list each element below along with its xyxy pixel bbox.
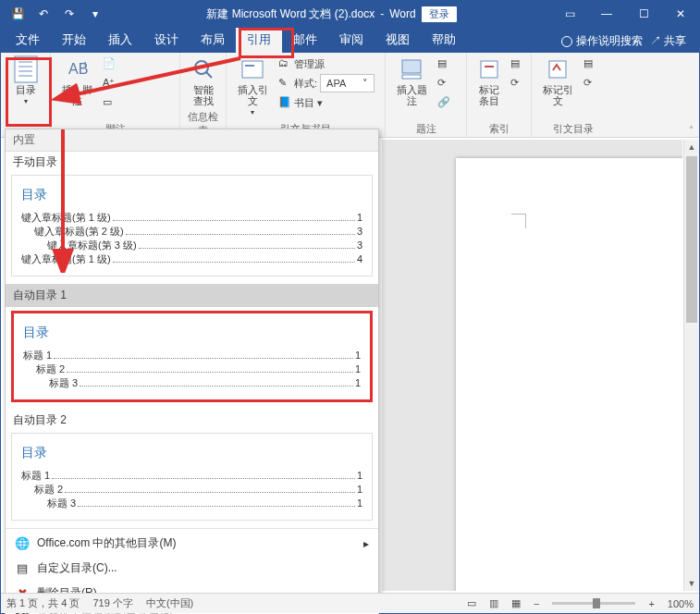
qat-more-icon[interactable]: ▾: [84, 4, 106, 24]
tell-me[interactable]: 操作说明搜索: [561, 33, 643, 49]
language[interactable]: 中文(中国): [146, 596, 193, 610]
view-web-icon[interactable]: ▦: [511, 597, 521, 609]
tab-help[interactable]: 帮助: [421, 28, 467, 53]
insert-toa-button[interactable]: ▤: [582, 55, 598, 73]
collapse-ribbon-icon[interactable]: ˄: [689, 125, 694, 135]
scroll-down-icon[interactable]: ▼: [684, 576, 699, 591]
mark-citation-label: 标记引文: [539, 84, 576, 106]
update-toa-button[interactable]: ⟳: [582, 74, 598, 92]
citation-style[interactable]: ✎样式: APA˅: [276, 74, 376, 92]
toc-line: 标题 21: [21, 483, 362, 497]
toc-line: 键入章标题(第 3 级)3: [21, 239, 362, 252]
title-sep: -: [380, 7, 384, 20]
scroll-up-icon[interactable]: ▲: [684, 140, 699, 154]
tab-references[interactable]: 引用: [236, 28, 282, 53]
group-toc: 目录 ▾: [1, 53, 51, 137]
tab-insert[interactable]: 插入: [97, 28, 143, 53]
share-button[interactable]: ↗ 共享: [650, 33, 686, 49]
document-name: 新建 Microsoft Word 文档 (2).docx: [206, 6, 375, 22]
toc-manual-preview[interactable]: 目录 键入章标题(第 1 级)1键入章标题(第 2 级)3键入章标题(第 3 级…: [11, 175, 373, 276]
toc-auto2-preview[interactable]: 目录 标题 11标题 21标题 31: [11, 433, 373, 521]
toc-button[interactable]: 目录 ▾: [6, 55, 44, 107]
zoom-in-icon[interactable]: +: [648, 598, 654, 609]
minimize-icon[interactable]: —: [588, 4, 625, 24]
tab-mailings[interactable]: 邮件: [282, 28, 328, 53]
footnote-icon: AB1: [64, 56, 90, 82]
toc-line: 键入章标题(第 1 级)1: [21, 211, 362, 225]
undo-icon[interactable]: ↶: [32, 4, 55, 24]
search-icon: [190, 56, 216, 82]
insert-index-button[interactable]: ▤: [509, 55, 525, 73]
caption-icon: [399, 56, 424, 82]
page-count[interactable]: 第 1 页，共 4 页: [6, 596, 80, 610]
mark-entry-icon: [476, 56, 502, 82]
title-text: 新建 Microsoft Word 文档 (2).docx - Word 登录: [112, 6, 551, 22]
style-dropdown[interactable]: APA˅: [320, 74, 375, 92]
mark-citation-icon: [545, 56, 571, 82]
show-notes-button[interactable]: ▭: [101, 93, 117, 112]
redo-icon[interactable]: ↷: [58, 4, 80, 24]
tab-review[interactable]: 审阅: [328, 28, 375, 53]
update-table-button[interactable]: ⟳: [436, 74, 452, 92]
mark-entry-button[interactable]: 标记 条目: [473, 55, 505, 108]
manage-sources-icon: 🗂: [278, 57, 291, 70]
margin-corner-icon: [511, 214, 526, 228]
mark-citation-button[interactable]: 标记引文: [537, 55, 578, 108]
next-footnote-button[interactable]: A⁺: [101, 74, 117, 92]
scroll-thumb[interactable]: [686, 156, 697, 323]
bibliography-icon: 📘: [278, 96, 291, 109]
toc-line: 键入章标题(第 1 级)4: [21, 252, 362, 266]
style-icon: ✎: [278, 77, 291, 90]
dd-auto1-label: 自动目录 1: [6, 284, 378, 307]
zoom-out-icon[interactable]: −: [534, 598, 539, 609]
dd-manual-label: 手动目录: [6, 152, 378, 173]
dd-custom-toc[interactable]: ▤自定义目录(C)...: [6, 556, 378, 581]
preview-title: 目录: [21, 445, 362, 461]
manage-sources-button[interactable]: 🗂管理源: [276, 55, 376, 73]
close-icon[interactable]: ✕: [662, 4, 699, 24]
tab-design[interactable]: 设计: [143, 28, 190, 53]
footnote-label: 插入脚注: [58, 84, 95, 106]
show-notes-icon: ▭: [103, 96, 116, 109]
ribbon: 目录 ▾ AB1 插入脚注 📄 A⁺ ▭ 脚注: [1, 53, 699, 138]
group-toa: 标记引文 ▤ ⟳ 引文目录: [532, 53, 615, 137]
insert-caption-button[interactable]: 插入题注: [391, 55, 432, 108]
insert-tof-button[interactable]: ▤: [436, 55, 452, 73]
view-print-icon[interactable]: ▥: [489, 597, 498, 609]
tab-file[interactable]: 文件: [5, 28, 51, 53]
insert-endnote-button[interactable]: 📄: [101, 55, 117, 73]
dropdown-caret-icon: ▾: [251, 108, 254, 117]
svg-line-8: [206, 72, 212, 78]
zoom-level[interactable]: 100%: [668, 598, 694, 609]
cross-ref-button[interactable]: 🔗: [436, 93, 452, 112]
ribbon-options-icon[interactable]: ▭: [551, 4, 588, 24]
toc-auto1-preview[interactable]: 目录 标题 11标题 21标题 31: [11, 311, 373, 402]
update-index-button[interactable]: ⟳: [509, 74, 525, 92]
vertical-scrollbar[interactable]: ▲ ▼: [683, 140, 699, 591]
preview-title: 目录: [21, 187, 362, 203]
title-bar: 💾 ↶ ↷ ▾ 新建 Microsoft Word 文档 (2).docx - …: [1, 1, 699, 27]
svg-rect-13: [481, 61, 497, 78]
svg-rect-12: [402, 75, 421, 79]
page[interactable]: [456, 158, 682, 591]
view-read-icon[interactable]: ▭: [467, 597, 476, 609]
dd-more-office[interactable]: 🌐Office.com 中的其他目录(M)▸: [6, 531, 378, 556]
smart-lookup-button[interactable]: 智能 查找: [186, 55, 220, 108]
insert-citation-button[interactable]: 插入引文 ▾: [232, 55, 273, 118]
svg-rect-10: [245, 65, 254, 67]
tab-layout[interactable]: 布局: [190, 28, 236, 53]
tab-home[interactable]: 开始: [51, 28, 97, 53]
status-bar: 第 1 页，共 4 页 719 个字 中文(中国) ▭ ▥ ▦ − + 100%: [1, 593, 699, 613]
maximize-icon[interactable]: ☐: [625, 4, 662, 24]
tab-view[interactable]: 视图: [375, 28, 421, 53]
insert-footnote-button[interactable]: AB1 插入脚注: [56, 55, 97, 108]
save-icon[interactable]: 💾: [6, 4, 29, 24]
ribbon-tabs: 文件 开始 插入 设计 布局 引用 邮件 审阅 视图 帮助 操作说明搜索 ↗ 共…: [1, 27, 699, 53]
word-count[interactable]: 719 个字: [92, 596, 132, 610]
zoom-slider[interactable]: [552, 602, 635, 605]
toc-label: 目录: [16, 84, 36, 95]
bibliography-button[interactable]: 📘书目 ▾: [276, 93, 376, 112]
login-button[interactable]: 登录: [422, 6, 457, 22]
globe-icon: 🌐: [15, 536, 30, 551]
toa-group-label: 引文目录: [537, 120, 609, 136]
